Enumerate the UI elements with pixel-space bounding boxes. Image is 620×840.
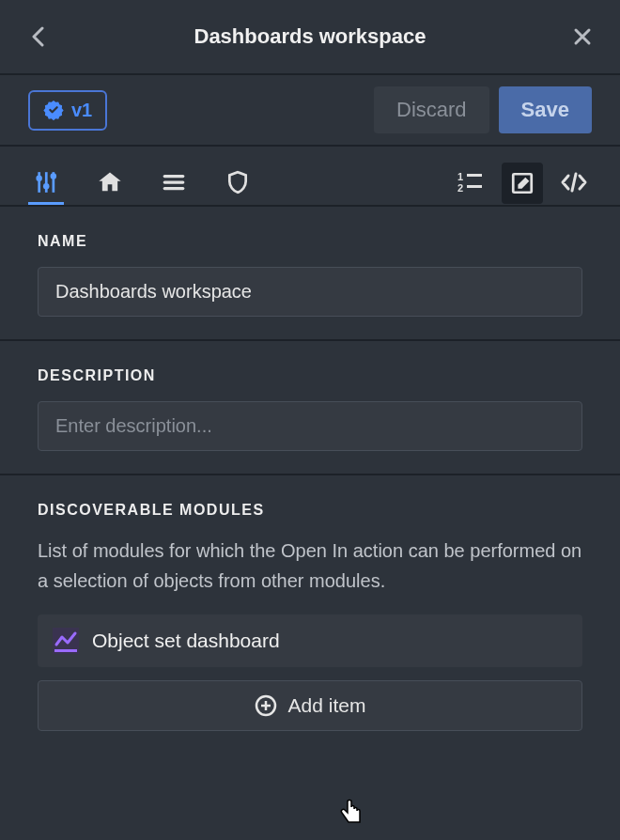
version-badge[interactable]: v1 xyxy=(28,90,107,131)
page-title: Dashboards workspace xyxy=(53,24,567,49)
description-input[interactable] xyxy=(38,401,582,451)
svg-point-3 xyxy=(43,183,50,190)
svg-rect-12 xyxy=(467,185,482,188)
ordered-list-tab[interactable]: 1 2 xyxy=(453,162,488,205)
add-item-label: Add item xyxy=(288,694,366,717)
toolbar: 1 2 xyxy=(0,147,620,205)
svg-point-1 xyxy=(36,175,42,181)
description-label: DESCRIPTION xyxy=(38,367,582,384)
settings-tab[interactable] xyxy=(28,162,64,205)
save-button[interactable]: Save xyxy=(499,86,592,133)
description-section: DESCRIPTION xyxy=(0,339,620,474)
name-label: NAME xyxy=(38,233,582,250)
close-button[interactable] xyxy=(567,22,597,52)
svg-rect-15 xyxy=(54,649,77,652)
module-item[interactable]: Object set dashboard xyxy=(38,614,582,667)
module-item-label: Object set dashboard xyxy=(92,630,280,652)
code-icon xyxy=(560,172,588,193)
chart-line-icon xyxy=(53,628,79,654)
home-icon xyxy=(97,169,123,195)
menu-icon xyxy=(162,170,186,194)
version-label: v1 xyxy=(71,100,92,121)
security-tab[interactable] xyxy=(220,162,256,205)
svg-point-5 xyxy=(51,173,57,179)
svg-text:2: 2 xyxy=(457,182,463,194)
svg-rect-2 xyxy=(45,172,48,193)
back-button[interactable] xyxy=(23,22,53,52)
home-tab[interactable] xyxy=(92,162,128,205)
menu-tab[interactable] xyxy=(156,162,192,205)
verified-icon xyxy=(43,100,64,120)
ordered-list-icon: 1 2 xyxy=(457,171,484,194)
name-section: NAME xyxy=(0,205,620,339)
name-input[interactable] xyxy=(38,267,582,317)
shield-icon xyxy=(225,169,250,195)
close-icon xyxy=(573,27,592,46)
discoverable-modules-label: DISCOVERABLE MODULES xyxy=(38,502,582,519)
plus-circle-icon xyxy=(255,694,277,717)
svg-text:1: 1 xyxy=(457,171,463,182)
action-bar: v1 Discard Save xyxy=(0,75,620,147)
discoverable-modules-helper: List of modules for which the Open In ac… xyxy=(38,536,582,596)
chevron-left-icon xyxy=(31,26,44,47)
svg-rect-0 xyxy=(38,172,40,193)
edit-tab[interactable] xyxy=(502,163,543,204)
discoverable-modules-section: DISCOVERABLE MODULES List of modules for… xyxy=(0,474,620,754)
header: Dashboards workspace xyxy=(0,0,620,75)
add-item-button[interactable]: Add item xyxy=(38,680,582,731)
discard-button[interactable]: Discard xyxy=(374,86,489,133)
cursor-hand-icon xyxy=(338,795,366,827)
sliders-icon xyxy=(34,170,58,194)
svg-rect-10 xyxy=(467,174,482,177)
code-tab[interactable] xyxy=(556,162,592,205)
edit-box-icon xyxy=(510,171,535,195)
